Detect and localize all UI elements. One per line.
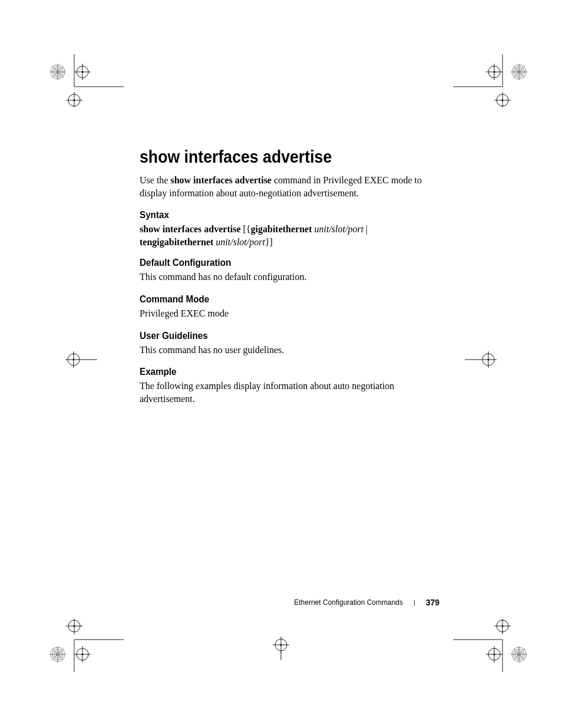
svg-line-24 xyxy=(513,66,525,78)
syntax-pipe: | xyxy=(363,224,368,234)
body-cmd-mode: Privileged EXEC mode xyxy=(140,307,440,320)
intro-pre: Use the xyxy=(140,175,170,185)
svg-point-78 xyxy=(494,654,495,655)
svg-point-42 xyxy=(482,354,494,365)
svg-point-39 xyxy=(73,359,75,361)
svg-point-14 xyxy=(68,94,80,106)
svg-point-32 xyxy=(497,94,508,106)
svg-point-80 xyxy=(514,649,524,660)
syntax-open: [{ xyxy=(241,224,251,234)
svg-point-0 xyxy=(51,65,65,79)
svg-point-21 xyxy=(517,70,521,74)
svg-point-67 xyxy=(280,644,282,646)
syntax-block: show interfaces advertise [{gigabitether… xyxy=(140,223,440,248)
command-title: show interfaces advertise xyxy=(140,147,416,167)
svg-point-58 xyxy=(54,651,61,658)
svg-point-3 xyxy=(56,70,59,74)
footer-separator-icon: | xyxy=(414,599,415,606)
footer-chapter: Ethernet Configuration Commands xyxy=(294,598,403,607)
syntax-kw1: gigabitethernet xyxy=(251,224,312,234)
heading-syntax: Syntax xyxy=(140,210,425,220)
heading-cmd-mode: Command Mode xyxy=(140,294,425,305)
svg-point-45 xyxy=(488,359,490,361)
crop-mark-bottom-left xyxy=(47,619,124,672)
intro-paragraph: Use the show interfaces advertise comman… xyxy=(140,174,440,199)
body-user-guide: This command has no user guidelines. xyxy=(140,344,440,357)
svg-point-59 xyxy=(56,653,59,656)
svg-line-86 xyxy=(513,648,525,660)
svg-point-19 xyxy=(514,67,524,77)
svg-point-46 xyxy=(68,620,80,632)
syntax-kw2: tengigabitethernet xyxy=(140,237,213,247)
body-default-cfg: This command has no default configuratio… xyxy=(140,271,440,284)
svg-point-57 xyxy=(52,649,63,660)
svg-line-62 xyxy=(52,648,64,660)
svg-point-75 xyxy=(488,648,500,660)
svg-point-72 xyxy=(502,625,504,627)
page-footer: Ethernet Configuration Commands | 379 xyxy=(294,598,439,607)
crop-mark-bottom-center xyxy=(265,637,297,660)
svg-point-49 xyxy=(74,625,75,627)
footer-page-number: 379 xyxy=(426,598,439,607)
syntax-cmd: show interfaces advertise xyxy=(140,224,241,234)
svg-line-6 xyxy=(52,66,64,78)
heading-default-cfg: Default Configuration xyxy=(140,258,425,268)
svg-line-63 xyxy=(52,648,64,660)
svg-point-56 xyxy=(51,647,65,661)
svg-point-18 xyxy=(512,65,526,79)
svg-point-9 xyxy=(77,66,88,78)
svg-point-55 xyxy=(82,654,84,655)
heading-user-guide: User Guidelines xyxy=(140,331,425,341)
svg-point-36 xyxy=(68,354,80,365)
svg-point-17 xyxy=(74,100,75,101)
svg-line-85 xyxy=(513,648,525,660)
crop-mark-mid-left xyxy=(56,351,97,368)
svg-point-27 xyxy=(488,66,500,78)
syntax-close: }] xyxy=(265,237,273,247)
crop-mark-top-right xyxy=(453,54,530,107)
svg-point-52 xyxy=(77,648,88,660)
syntax-param2: unit/slot/port xyxy=(216,237,265,247)
crop-mark-mid-right xyxy=(465,351,506,368)
svg-point-79 xyxy=(512,647,526,661)
svg-point-2 xyxy=(54,68,61,75)
crop-mark-top-left xyxy=(47,54,124,107)
svg-line-25 xyxy=(513,66,525,78)
svg-point-1 xyxy=(52,67,63,77)
svg-point-69 xyxy=(497,620,508,632)
content-area: show interfaces advertise Use the show i… xyxy=(140,147,440,416)
heading-example: Example xyxy=(140,367,425,377)
page: show interfaces advertise Use the show i… xyxy=(0,0,562,728)
syntax-param1: unit/slot/port xyxy=(315,224,364,234)
svg-point-12 xyxy=(82,71,84,73)
svg-point-30 xyxy=(494,71,495,73)
body-example: The following examples display informati… xyxy=(140,380,440,405)
svg-point-64 xyxy=(275,639,287,651)
intro-cmd: show interfaces advertise xyxy=(170,175,272,185)
svg-point-20 xyxy=(515,68,523,75)
svg-point-82 xyxy=(517,653,521,656)
crop-mark-bottom-right xyxy=(453,619,530,672)
svg-point-81 xyxy=(515,651,523,658)
svg-point-35 xyxy=(502,100,504,101)
svg-line-7 xyxy=(52,66,64,78)
